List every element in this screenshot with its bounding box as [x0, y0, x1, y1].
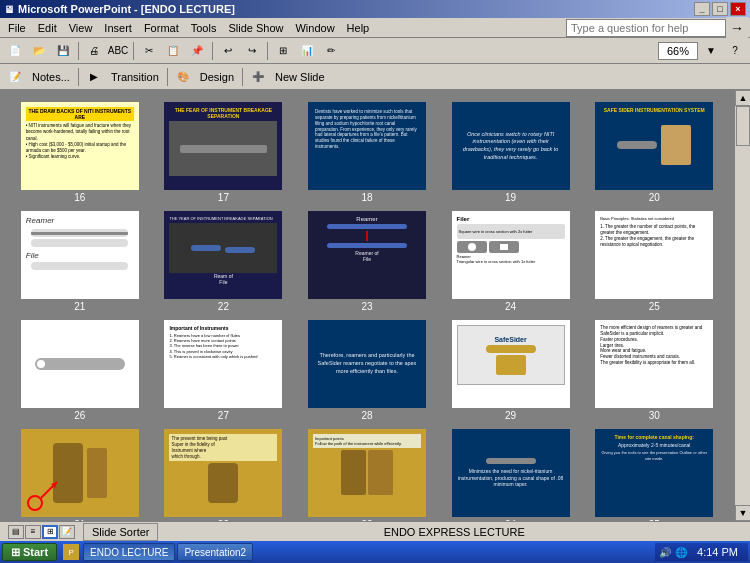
- slide-item-23[interactable]: Reamer Reamer ofFile 23: [299, 211, 435, 312]
- menu-slideshow[interactable]: Slide Show: [222, 20, 289, 36]
- menu-view[interactable]: View: [63, 20, 99, 36]
- view-notes-button[interactable]: 📝: [59, 525, 75, 539]
- title-bar-buttons: _ □ ×: [694, 2, 746, 16]
- slide-item-22[interactable]: THE YEAR OF INSTRUMENT BREAKAGE SEPARATI…: [156, 211, 292, 312]
- slide-item-35[interactable]: Time for complete canal shaping: Approxi…: [586, 429, 722, 521]
- slide-item-17[interactable]: THE FEAR OF INSTRUMENT BREAKAGE SEPARATI…: [156, 102, 292, 203]
- slide-item-33[interactable]: Important pointsFollow the path of the i…: [299, 429, 435, 521]
- slide-item-25[interactable]: Basic Principles: Statistics not conside…: [586, 211, 722, 312]
- view-normal-button[interactable]: ▤: [8, 525, 24, 539]
- paste-button[interactable]: 📌: [186, 40, 208, 62]
- taskbar-presentation2-label: Presentation2: [184, 547, 246, 558]
- slide-sorter-panel[interactable]: THE DRAW BACKS OF NITI INSTRUMENTS ARE •…: [0, 90, 734, 521]
- slide-item-18[interactable]: Dentists have worked to minimize such to…: [299, 102, 435, 203]
- menu-format[interactable]: Format: [138, 20, 185, 36]
- slide-item-32[interactable]: The present time being pastSuper in the …: [156, 429, 292, 521]
- new-button[interactable]: 📄: [4, 40, 26, 62]
- slide-thumb-26[interactable]: [21, 320, 139, 408]
- menu-file[interactable]: File: [2, 20, 32, 36]
- slide-num-22: 22: [218, 301, 229, 312]
- slide-thumb-20[interactable]: SAFE SIDER INSTRUMENTATION SYSTEM: [595, 102, 713, 190]
- slide-thumb-34[interactable]: Minimizes the need for nickel-titanium i…: [452, 429, 570, 517]
- open-button[interactable]: 📂: [28, 40, 50, 62]
- slide-item-28[interactable]: Therefore, reamers and particularly the …: [299, 320, 435, 421]
- insert-table-button[interactable]: ⊞: [272, 40, 294, 62]
- print-button[interactable]: 🖨: [83, 40, 105, 62]
- slide-item-29[interactable]: SafeSider 29: [443, 320, 579, 421]
- slide-thumb-31[interactable]: [21, 429, 139, 517]
- slide-thumb-17[interactable]: THE FEAR OF INSTRUMENT BREAKAGE SEPARATI…: [164, 102, 282, 190]
- slide-thumb-27[interactable]: Important of Instruments 1. Reamers have…: [164, 320, 282, 408]
- view-outline-button[interactable]: ≡: [25, 525, 41, 539]
- menu-edit[interactable]: Edit: [32, 20, 63, 36]
- transition-icon[interactable]: ▶: [83, 66, 105, 88]
- menu-window[interactable]: Window: [289, 20, 340, 36]
- drawing-button[interactable]: ✏: [320, 40, 342, 62]
- taskbar-endolecture-button[interactable]: ENDO LECTURE: [83, 543, 175, 561]
- slide-num-32: 32: [218, 519, 229, 521]
- slide-item-30[interactable]: The more efficient design of reamers is …: [586, 320, 722, 421]
- spell-button[interactable]: ABC: [107, 40, 129, 62]
- slide-thumb-22[interactable]: THE YEAR OF INSTRUMENT BREAKAGE SEPARATI…: [164, 211, 282, 299]
- slide-thumb-32[interactable]: The present time being pastSuper in the …: [164, 429, 282, 517]
- menu-tools[interactable]: Tools: [185, 20, 223, 36]
- slide-thumb-24[interactable]: Filer Square wire in cross section with …: [452, 211, 570, 299]
- menu-help[interactable]: Help: [341, 20, 376, 36]
- outline-button[interactable]: 📝: [4, 66, 26, 88]
- slide-thumb-16[interactable]: THE DRAW BACKS OF NITI INSTRUMENTS ARE •…: [21, 102, 139, 190]
- insert-chart-button[interactable]: 📊: [296, 40, 318, 62]
- slide-num-21: 21: [74, 301, 85, 312]
- slide-item-34[interactable]: Minimizes the need for nickel-titanium i…: [443, 429, 579, 521]
- close-button[interactable]: ×: [730, 2, 746, 16]
- taskbar-time: 4:14 PM: [691, 546, 744, 558]
- minimize-button[interactable]: _: [694, 2, 710, 16]
- slide-item-16[interactable]: THE DRAW BACKS OF NITI INSTRUMENTS ARE •…: [12, 102, 148, 203]
- scroll-up-button[interactable]: ▲: [735, 90, 750, 106]
- slides-grid: THE DRAW BACKS OF NITI INSTRUMENTS ARE •…: [8, 98, 726, 521]
- scroll-down-button[interactable]: ▼: [735, 505, 750, 521]
- save-button[interactable]: 💾: [52, 40, 74, 62]
- slide-thumb-30[interactable]: The more efficient design of reamers is …: [595, 320, 713, 408]
- zoom-dropdown[interactable]: ▼: [700, 40, 722, 62]
- slide-item-27[interactable]: Important of Instruments 1. Reamers have…: [156, 320, 292, 421]
- slide-item-21[interactable]: Reamer File 21: [12, 211, 148, 312]
- separator1: [78, 42, 79, 60]
- scroll-thumb[interactable]: [736, 106, 750, 146]
- slide-thumb-25[interactable]: Basic Principles: Statistics not conside…: [595, 211, 713, 299]
- ask-question-input[interactable]: [566, 19, 726, 37]
- slide-item-26[interactable]: 26: [12, 320, 148, 421]
- new-slide-icon[interactable]: ➕: [247, 66, 269, 88]
- slide-thumb-21[interactable]: Reamer File: [21, 211, 139, 299]
- redo-button[interactable]: ↪: [241, 40, 263, 62]
- slide-thumb-19[interactable]: Once clinicians switch to rotary NITI in…: [452, 102, 570, 190]
- slide-thumb-23[interactable]: Reamer Reamer ofFile: [308, 211, 426, 299]
- view-sorter-button[interactable]: ⊞: [42, 525, 58, 539]
- copy-button[interactable]: 📋: [162, 40, 184, 62]
- slide-thumb-29[interactable]: SafeSider: [452, 320, 570, 408]
- slide-num-18: 18: [361, 192, 372, 203]
- help-button[interactable]: ?: [724, 40, 746, 62]
- slide-thumb-18[interactable]: Dentists have worked to minimize such to…: [308, 102, 426, 190]
- scroll-track[interactable]: [735, 106, 750, 505]
- slide-thumb-35[interactable]: Time for complete canal shaping: Approxi…: [595, 429, 713, 517]
- start-button[interactable]: ⊞ Start: [2, 543, 57, 561]
- start-label: Start: [23, 546, 48, 558]
- slide-thumb-33[interactable]: Important pointsFollow the path of the i…: [308, 429, 426, 517]
- taskbar-presentation2-button[interactable]: Presentation2: [177, 543, 253, 561]
- cut-button[interactable]: ✂: [138, 40, 160, 62]
- undo-button[interactable]: ↩: [217, 40, 239, 62]
- maximize-button[interactable]: □: [712, 2, 728, 16]
- menu-insert[interactable]: Insert: [98, 20, 138, 36]
- slide-num-35: 35: [649, 519, 660, 521]
- slide-item-20[interactable]: SAFE SIDER INSTRUMENTATION SYSTEM 20: [586, 102, 722, 203]
- view-buttons: ▤ ≡ ⊞ 📝: [8, 525, 75, 539]
- separator2: [133, 42, 134, 60]
- design-icon[interactable]: 🎨: [172, 66, 194, 88]
- slide-item-31[interactable]: 31: [12, 429, 148, 521]
- slide-thumb-28[interactable]: Therefore, reamers and particularly the …: [308, 320, 426, 408]
- slide-item-24[interactable]: Filer Square wire in cross section with …: [443, 211, 579, 312]
- slide-num-23: 23: [361, 301, 372, 312]
- sep6: [167, 68, 168, 86]
- ask-question-button[interactable]: →: [726, 17, 748, 39]
- slide-item-19[interactable]: Once clinicians switch to rotary NITI in…: [443, 102, 579, 203]
